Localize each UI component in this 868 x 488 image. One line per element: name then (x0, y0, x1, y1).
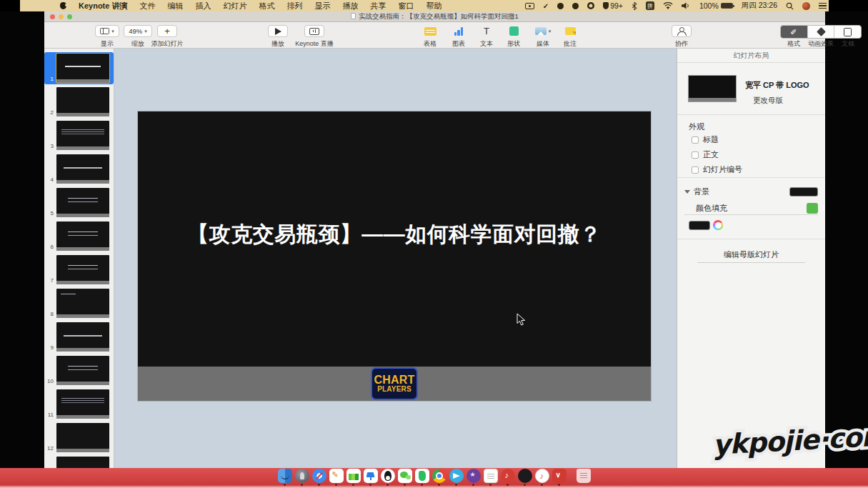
zoom-select[interactable]: 49%▾ (124, 25, 152, 37)
slide-thumb-row[interactable]: 1 (44, 52, 114, 84)
editor-icon[interactable] (329, 469, 344, 486)
animate-tab[interactable] (808, 26, 835, 38)
menu-item[interactable]: 共享 (370, 1, 386, 11)
menu-item[interactable]: 编辑 (167, 1, 183, 11)
numbers-icon[interactable] (346, 469, 361, 486)
menu-item[interactable]: 格式 (259, 1, 274, 11)
wifi-icon[interactable] (663, 2, 673, 10)
dark-app-icon[interactable] (517, 469, 532, 486)
search-icon[interactable] (786, 2, 794, 10)
document-proxy-icon[interactable] (351, 13, 356, 19)
menu-item[interactable]: 插入 (195, 1, 211, 11)
input-method-icon[interactable]: 拼 (646, 1, 654, 10)
keynote-live-button[interactable] (304, 25, 324, 37)
chart-players-logo[interactable]: CHART PLAYERS (371, 367, 418, 400)
slide-thumbnail[interactable] (56, 154, 109, 184)
slide-thumb-row[interactable]: 11 (44, 388, 114, 420)
window-title-bar[interactable]: 实战交易指南：【攻克交易瓶颈】如何科学面对回撤1 (44, 11, 825, 22)
control-center-icon[interactable] (819, 3, 827, 9)
menu-item[interactable]: 窗口 (398, 1, 414, 11)
menu-clock[interactable]: 周四 23:26 (742, 1, 777, 11)
menu-item[interactable]: Keynote 讲演 (79, 1, 127, 11)
shield-badge-icon[interactable]: 99+ (603, 1, 623, 10)
evernote-icon[interactable] (414, 469, 429, 486)
play-button[interactable] (268, 25, 288, 37)
slide-thumbnail[interactable] (56, 121, 109, 150)
slide-thumb-row[interactable]: 10 (44, 354, 114, 387)
menu-item[interactable]: 显示 (314, 1, 330, 11)
safari-icon[interactable] (311, 469, 326, 486)
slide-thumb-row[interactable]: 12 (44, 422, 114, 454)
video-icon[interactable] (466, 469, 481, 486)
fill-color-well[interactable] (689, 221, 710, 230)
screen-record-icon[interactable] (525, 3, 534, 9)
chrome-icon[interactable] (431, 469, 447, 486)
disclosure-triangle-icon[interactable] (684, 190, 690, 194)
menu-item[interactable]: 帮助 (426, 1, 442, 11)
slide-thumbnail[interactable] (56, 322, 109, 352)
launchpad-icon[interactable] (294, 469, 309, 486)
view-button[interactable]: ▾ (95, 25, 119, 37)
battery-icon[interactable]: 100% (699, 1, 733, 10)
color-fill-row[interactable]: 颜色填充 ▲▼ (684, 201, 818, 215)
netease-music-icon[interactable] (500, 469, 515, 486)
finder-icon[interactable] (277, 469, 292, 486)
wechat-icon[interactable] (397, 469, 412, 486)
comment-button[interactable] (560, 25, 581, 37)
app-dot-icon[interactable] (572, 3, 579, 9)
appearance-option[interactable]: 标题 (692, 134, 742, 145)
volume-icon[interactable] (682, 2, 691, 9)
check-app-icon[interactable]: ✓ (543, 2, 549, 10)
checkbox[interactable] (692, 136, 699, 144)
red-v-icon[interactable] (552, 469, 567, 486)
chart-button[interactable] (449, 25, 469, 37)
edit-master-button[interactable]: 编辑母版幻灯片 (677, 249, 825, 260)
menu-item[interactable]: 播放 (342, 1, 358, 11)
slide-thumb-row[interactable]: 13 (44, 455, 114, 468)
change-master-button[interactable]: 更改母版 (753, 96, 783, 106)
format-tab[interactable]: ✎ (781, 26, 808, 38)
shape-button[interactable] (504, 25, 524, 37)
master-slide-thumbnail[interactable] (688, 75, 737, 102)
media-button[interactable]: ▾ (530, 25, 557, 37)
slide-thumb-row[interactable]: 3 (44, 119, 114, 151)
slide-thumb-row[interactable]: 6 (44, 220, 114, 252)
slide-canvas[interactable]: 【攻克交易瓶颈】——如何科学面对回撤？ CHART PLAYERS (114, 49, 677, 468)
slide-thumbnail[interactable] (56, 188, 109, 217)
menu-item[interactable]: 文件 (139, 1, 155, 11)
app-dot-icon[interactable] (557, 3, 564, 9)
document-tab[interactable] (834, 26, 861, 38)
slide-thumbnail[interactable] (56, 54, 109, 83)
table-button[interactable] (419, 25, 442, 37)
bluetooth-icon[interactable] (632, 2, 637, 10)
keynote-icon[interactable] (363, 469, 378, 486)
slide-navigator[interactable]: 1 2 3 4 5 6 7 8 9 10 11 (44, 49, 114, 468)
add-slide-button[interactable]: + (157, 25, 177, 37)
slide-thumbnail[interactable] (56, 221, 109, 251)
trash-icon[interactable] (576, 469, 591, 486)
telegram-icon[interactable] (449, 469, 464, 486)
appearance-option[interactable]: 幻灯片编号 (692, 164, 742, 175)
slide-thumb-row[interactable]: 7 (44, 254, 114, 286)
qq-icon[interactable] (380, 469, 395, 486)
slide-thumb-row[interactable]: 4 (44, 153, 114, 185)
slide-thumb-row[interactable]: 9 (44, 321, 114, 353)
apple-menu-icon[interactable] (60, 2, 66, 9)
collaborate-button[interactable] (672, 25, 692, 37)
browser-ring-icon[interactable] (587, 2, 594, 9)
slide-title-text[interactable]: 【攻克交易瓶颈】——如何科学面对回撤？ (138, 220, 651, 249)
slide-thumb-row[interactable]: 8 (44, 287, 114, 319)
siri-icon[interactable] (802, 2, 810, 10)
menu-item[interactable]: 排列 (286, 1, 302, 11)
text-button[interactable]: T (477, 25, 497, 37)
menu-item[interactable]: 幻灯片 (223, 1, 246, 11)
notes-icon[interactable] (483, 469, 498, 486)
slide-editor[interactable]: 【攻克交易瓶颈】——如何科学面对回撤？ CHART PLAYERS (138, 111, 651, 401)
slide-thumbnail[interactable] (56, 423, 109, 452)
slide-thumbnail[interactable] (56, 457, 109, 468)
checkbox[interactable] (692, 151, 699, 159)
color-wheel-icon[interactable] (713, 220, 723, 230)
appearance-option[interactable]: 正文 (692, 149, 742, 160)
slide-thumb-row[interactable]: 2 (44, 86, 114, 118)
checkbox[interactable] (692, 166, 699, 174)
